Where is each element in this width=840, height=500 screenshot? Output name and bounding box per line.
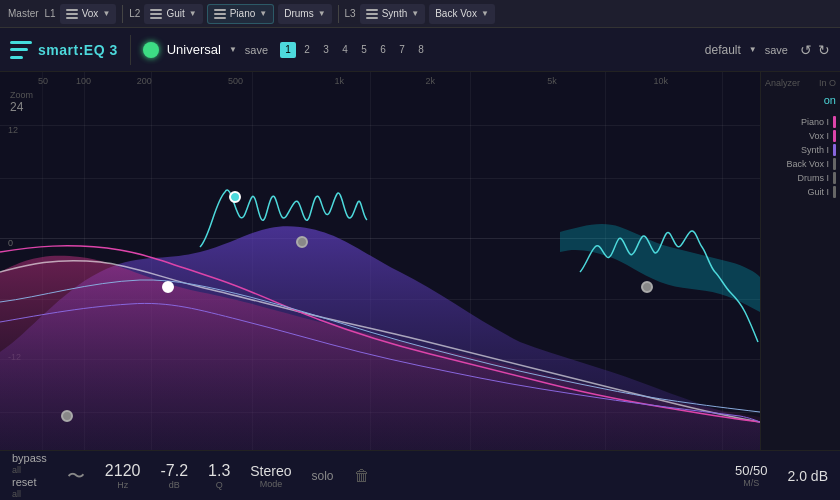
default-preset-section: default ▼ save [705, 43, 788, 57]
freq-unit: Hz [117, 480, 128, 490]
analyzer-label: Analyzer [765, 78, 800, 88]
gain-unit: dB [169, 480, 180, 490]
track-item-synth[interactable]: Synth ▼ [360, 4, 426, 24]
wave-icon: 〜 [67, 464, 85, 488]
control-point-2[interactable] [296, 236, 308, 248]
control-point-4[interactable] [61, 410, 73, 422]
l3-label: L3 [345, 8, 356, 19]
freq-value: 2120 [105, 462, 141, 480]
teal-fill [560, 224, 760, 312]
undo-redo-section: ↺ ↻ [800, 42, 830, 58]
track-name-synth: Synth [382, 8, 408, 19]
mode-section: Stereo Mode [250, 463, 291, 489]
reset-all-label: all [12, 489, 47, 499]
master-label: Master [8, 8, 39, 19]
default-dropdown-arrow[interactable]: ▼ [749, 45, 757, 54]
control-point-5[interactable] [641, 281, 653, 293]
track-item-guit[interactable]: Guit ▼ [144, 4, 202, 24]
band-3[interactable]: 3 [318, 42, 334, 58]
band-5[interactable]: 5 [356, 42, 372, 58]
active-indicator[interactable] [143, 42, 159, 58]
preset-dropdown-arrow[interactable]: ▼ [229, 45, 237, 54]
channel-bar-vox [833, 130, 836, 142]
channel-name-drums: Drums I [798, 173, 830, 183]
track-item-backvox[interactable]: Back Vox ▼ [429, 4, 495, 24]
bypass-row: bypass [12, 452, 47, 464]
channel-piano: Piano I [765, 116, 836, 128]
eq-area[interactable]: 50 100 200 500 1k 2k 5k 10k Zoom 24 12 0… [0, 72, 840, 450]
eq-curves-svg [0, 72, 760, 450]
default-preset-name: default [705, 43, 741, 57]
q-label: Q [216, 480, 223, 490]
channel-name-piano: Piano I [801, 117, 829, 127]
preset-section: Universal ▼ save [143, 42, 268, 58]
band-6[interactable]: 6 [375, 42, 391, 58]
undo-button[interactable]: ↺ [800, 42, 812, 58]
balance-section: 50/50 M/S [735, 463, 768, 488]
bypass-all-label: all [12, 465, 47, 475]
l2-label: L2 [129, 8, 140, 19]
solo-button[interactable]: solo [312, 469, 334, 483]
track-arrow-guit: ▼ [189, 9, 197, 18]
mode-value: Stereo [250, 463, 291, 479]
track-name-piano: Piano [230, 8, 256, 19]
channel-synth: Synth I [765, 144, 836, 156]
track-arrow-backvox: ▼ [481, 9, 489, 18]
channel-bar-piano [833, 116, 836, 128]
delete-button[interactable]: 🗑 [354, 467, 370, 485]
balance-value: 50/50 [735, 463, 768, 478]
reset-button[interactable]: reset [12, 476, 36, 488]
bottom-bar: bypass all reset all 〜 2120 Hz -7.2 dB 1… [0, 450, 840, 500]
channel-name-backvox: Back Vox I [786, 159, 829, 169]
output-section: 2.0 dB [788, 468, 828, 484]
preset-name: Universal [167, 42, 221, 57]
control-point-1[interactable] [229, 191, 241, 203]
channel-name-vox: Vox I [809, 131, 829, 141]
track-name-vox: Vox [82, 8, 99, 19]
channel-bar-guit [833, 186, 836, 198]
track-lines-icon-piano [214, 9, 226, 19]
logo-text: smart:EQ 3 [38, 42, 118, 58]
toolbar-sep-1 [130, 35, 131, 65]
track-divider-2 [338, 5, 339, 23]
track-name-backvox: Back Vox [435, 8, 477, 19]
track-arrow-piano: ▼ [259, 9, 267, 18]
track-name-drums: Drums [284, 8, 313, 19]
track-divider-1 [122, 5, 123, 23]
track-item-piano[interactable]: Piano ▼ [207, 4, 275, 24]
band-2[interactable]: 2 [299, 42, 315, 58]
mode-label: Mode [260, 479, 283, 489]
band-1[interactable]: 1 [280, 42, 296, 58]
redo-button[interactable]: ↻ [818, 42, 830, 58]
reset-row: reset [12, 476, 47, 488]
track-item-drums[interactable]: Drums ▼ [278, 4, 331, 24]
track-arrow-drums: ▼ [318, 9, 326, 18]
channel-name-guit: Guit I [807, 187, 829, 197]
track-arrow-synth: ▼ [411, 9, 419, 18]
track-lines-icon-guit [150, 9, 162, 19]
q-section: 1.3 Q [208, 462, 230, 490]
band-selector: 1 2 3 4 5 6 7 8 [280, 42, 429, 58]
freq-section: 2120 Hz [105, 462, 141, 490]
output-value: 2.0 dB [788, 468, 828, 484]
in-out-label: In O [819, 78, 836, 88]
channel-bar-synth [833, 144, 836, 156]
track-bar: Master L1 Vox ▼ L2 Guit ▼ Piano ▼ [0, 0, 840, 28]
bypass-button[interactable]: bypass [12, 452, 47, 464]
q-value: 1.3 [208, 462, 230, 480]
save-button[interactable]: save [245, 44, 268, 56]
band-8[interactable]: 8 [413, 42, 429, 58]
channel-backvox: Back Vox I [765, 158, 836, 170]
default-save-button[interactable]: save [765, 44, 788, 56]
channel-drums: Drums I [765, 172, 836, 184]
channel-name-synth: Synth I [801, 145, 829, 155]
track-item-vox[interactable]: Vox ▼ [60, 4, 117, 24]
logo-icon [10, 41, 32, 59]
band-7[interactable]: 7 [394, 42, 410, 58]
control-point-3[interactable] [162, 281, 174, 293]
track-section-l3: L3 Synth ▼ Back Vox ▼ [345, 4, 495, 24]
channel-bar-backvox [833, 158, 836, 170]
band-4[interactable]: 4 [337, 42, 353, 58]
logo: smart:EQ 3 [10, 41, 118, 59]
analyzer-on-button[interactable]: on [824, 94, 836, 106]
